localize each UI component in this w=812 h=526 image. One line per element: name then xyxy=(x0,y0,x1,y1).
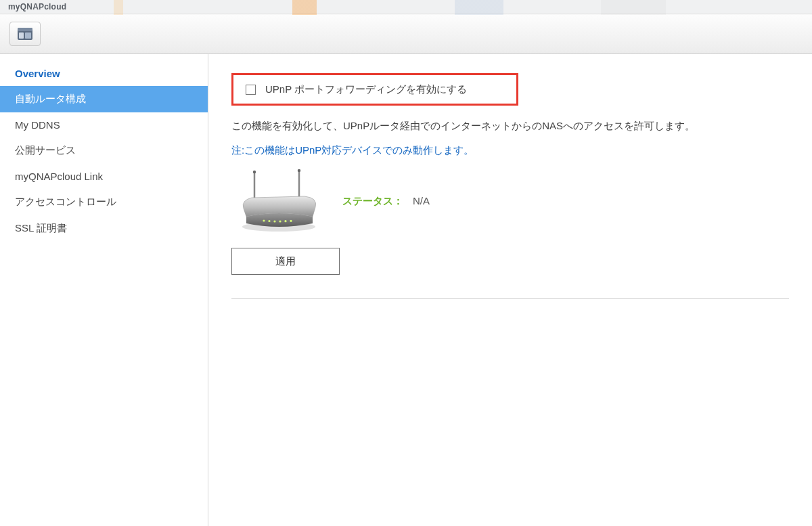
main-panel: UPnP ポートフォワーディングを有効にする この機能を有効化して、UPnPルー… xyxy=(208,54,812,526)
svg-point-13 xyxy=(284,220,286,222)
sidebar-item-my-ddns[interactable]: My DDNS xyxy=(0,112,208,137)
sidebar-item-label: 自動ルータ構成 xyxy=(15,93,86,104)
app-titlebar: myQNAPcloud xyxy=(0,0,812,14)
note-prefix: 注: xyxy=(231,144,244,156)
sidebar-item-access-control[interactable]: アクセスコントロール xyxy=(0,189,208,215)
svg-point-12 xyxy=(279,220,281,222)
upnp-enable-label: UPnP ポートフォワーディングを有効にする xyxy=(265,83,467,96)
sidebar-item-overview[interactable]: Overview xyxy=(0,61,208,86)
sidebar-item-label: Overview xyxy=(15,68,60,79)
sidebar-item-label: myQNAPcloud Link xyxy=(15,171,103,182)
svg-point-10 xyxy=(268,220,270,222)
sidebar-item-label: My DDNS xyxy=(15,119,60,131)
toolbar xyxy=(0,14,812,54)
svg-rect-2 xyxy=(19,32,24,39)
svg-point-11 xyxy=(273,220,275,222)
sidebar: Overview 自動ルータ構成 My DDNS 公開サービス myQNAPcl… xyxy=(0,54,208,526)
svg-point-5 xyxy=(253,171,256,173)
status-value: N/A xyxy=(413,195,430,206)
svg-point-9 xyxy=(263,219,265,221)
sidebar-item-label: SSL 証明書 xyxy=(15,222,67,234)
dashboard-icon xyxy=(18,28,32,40)
svg-rect-3 xyxy=(25,32,31,39)
note-text: この機能はUPnP対応デバイスでのみ動作します。 xyxy=(244,144,474,156)
sidebar-item-ssl-cert[interactable]: SSL 証明書 xyxy=(0,215,208,242)
sidebar-item-label: アクセスコントロール xyxy=(15,196,116,207)
svg-point-14 xyxy=(290,220,292,222)
section-divider xyxy=(231,298,789,299)
upnp-enable-highlight: UPnP ポートフォワーディングを有効にする xyxy=(231,73,518,106)
upnp-note: 注:この機能はUPnP対応デバイスでのみ動作します。 xyxy=(231,144,789,157)
sidebar-item-label: 公開サービス xyxy=(15,144,76,156)
svg-point-7 xyxy=(298,169,300,172)
sidebar-item-published-services[interactable]: 公開サービス xyxy=(0,137,208,164)
router-icon xyxy=(231,169,326,233)
svg-rect-1 xyxy=(18,28,32,31)
status-label: ステータス： xyxy=(342,195,403,206)
upnp-description: この機能を有効化して、UPnPルータ経由でのインターネットからのNASへのアクセ… xyxy=(231,116,789,135)
apply-button[interactable]: 適用 xyxy=(231,248,340,275)
sidebar-item-auto-router-config[interactable]: 自動ルータ構成 xyxy=(0,86,208,112)
upnp-enable-checkbox[interactable] xyxy=(246,85,256,95)
sidebar-item-myqnapcloud-link[interactable]: myQNAPcloud Link xyxy=(0,164,208,189)
status-text-group: ステータス： N/A xyxy=(342,195,430,208)
overview-toolbar-button[interactable] xyxy=(9,22,41,46)
status-row: ステータス： N/A xyxy=(231,169,789,233)
app-title: myQNAPcloud xyxy=(8,2,66,12)
